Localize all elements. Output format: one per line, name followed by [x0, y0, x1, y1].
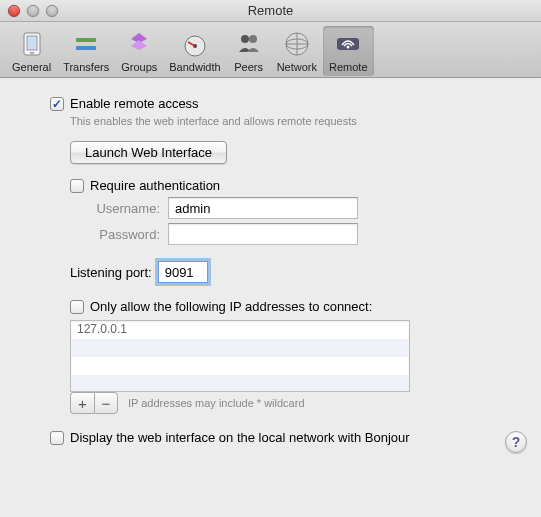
toolbar-item-peers[interactable]: Peers [227, 26, 271, 76]
svg-point-15 [347, 45, 350, 48]
toolbar-item-general[interactable]: General [6, 26, 57, 76]
only-allow-ip-label: Only allow the following IP addresses to… [90, 299, 372, 314]
peers-icon [233, 28, 265, 60]
transfers-icon [70, 28, 102, 60]
network-icon [281, 28, 313, 60]
preferences-toolbar: General Transfers Groups Bandwidth Peers [0, 22, 541, 78]
listening-port-field[interactable] [158, 261, 208, 283]
svg-rect-3 [76, 38, 96, 42]
username-label: Username: [70, 201, 160, 216]
toolbar-label: Remote [329, 61, 368, 73]
bandwidth-icon [179, 28, 211, 60]
titlebar: Remote [0, 0, 541, 22]
toolbar-item-network[interactable]: Network [271, 26, 323, 76]
require-auth-checkbox[interactable] [70, 179, 84, 193]
password-label: Password: [70, 227, 160, 242]
svg-point-9 [249, 35, 257, 43]
enable-remote-help: This enables the web interface and allow… [70, 115, 519, 127]
username-field[interactable] [168, 197, 358, 219]
remote-icon [332, 28, 364, 60]
help-button[interactable]: ? [505, 431, 527, 453]
toolbar-label: General [12, 61, 51, 73]
bonjour-label: Display the web interface on the local n… [70, 430, 410, 445]
ip-list-row [71, 339, 409, 357]
launch-web-interface-button[interactable]: Launch Web Interface [70, 141, 227, 164]
listening-port-label: Listening port: [70, 265, 152, 280]
require-auth-label: Require authentication [90, 178, 220, 193]
toolbar-label: Bandwidth [169, 61, 220, 73]
svg-rect-4 [76, 46, 96, 50]
remote-pane: Enable remote access This enables the we… [0, 78, 541, 455]
ip-wildcard-hint: IP addresses may include * wildcard [128, 397, 305, 409]
only-allow-ip-checkbox[interactable] [70, 300, 84, 314]
ip-list-row[interactable]: 127.0.0.1 [71, 321, 409, 339]
bonjour-checkbox[interactable] [50, 431, 64, 445]
add-ip-button[interactable]: + [70, 392, 94, 414]
svg-point-8 [241, 35, 249, 43]
toolbar-item-groups[interactable]: Groups [115, 26, 163, 76]
toolbar-item-bandwidth[interactable]: Bandwidth [163, 26, 226, 76]
toolbar-label: Groups [121, 61, 157, 73]
toolbar-label: Peers [234, 61, 263, 73]
ip-address-list[interactable]: 127.0.0.1 [70, 320, 410, 392]
toolbar-label: Transfers [63, 61, 109, 73]
password-field[interactable] [168, 223, 358, 245]
toolbar-item-remote[interactable]: Remote [323, 26, 374, 76]
toolbar-label: Network [277, 61, 317, 73]
groups-icon [123, 28, 155, 60]
svg-rect-1 [27, 36, 37, 50]
ip-list-row [71, 375, 409, 392]
enable-remote-checkbox[interactable] [50, 97, 64, 111]
general-icon [16, 28, 48, 60]
svg-rect-2 [30, 52, 34, 54]
remove-ip-button[interactable]: − [94, 392, 118, 414]
ip-list-row [71, 357, 409, 375]
toolbar-item-transfers[interactable]: Transfers [57, 26, 115, 76]
enable-remote-label: Enable remote access [70, 96, 199, 111]
window-title: Remote [0, 3, 541, 18]
